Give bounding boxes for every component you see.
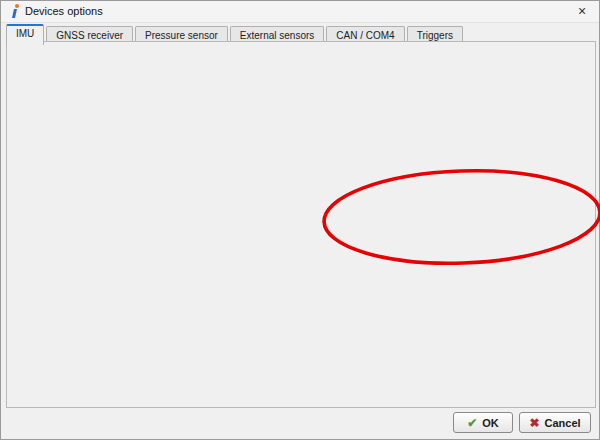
- title-bar: Devices options ×: [1, 1, 599, 23]
- close-icon[interactable]: ×: [565, 1, 599, 22]
- imu-tab-page: [6, 41, 596, 408]
- app-logo-icon: [9, 4, 21, 18]
- cancel-button-label: Cancel: [544, 417, 580, 429]
- cancel-x-icon: ✖: [529, 416, 539, 430]
- devices-options-dialog: Devices options × IMU GNSS receiver Pres…: [0, 0, 600, 440]
- ok-button[interactable]: ✔ OK: [453, 412, 513, 433]
- cancel-button[interactable]: ✖ Cancel: [519, 412, 591, 433]
- ok-check-icon: ✔: [467, 416, 477, 430]
- tab-imu[interactable]: IMU: [6, 24, 44, 45]
- window-title: Devices options: [25, 5, 103, 17]
- ok-button-label: OK: [482, 417, 499, 429]
